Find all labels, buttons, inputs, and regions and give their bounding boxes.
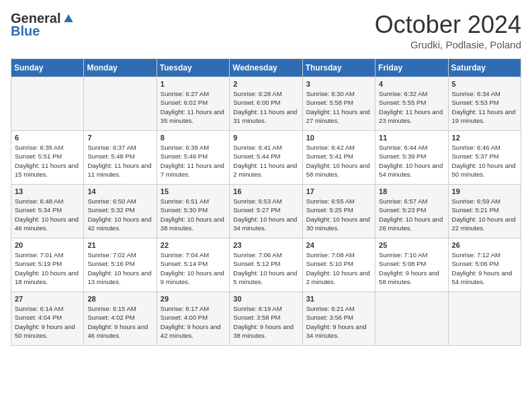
calendar-cell: 24Sunrise: 7:08 AM Sunset: 5:10 PM Dayli… xyxy=(302,238,375,292)
weekday-header: Friday xyxy=(375,59,448,77)
calendar-cell: 20Sunrise: 7:01 AM Sunset: 5:19 PM Dayli… xyxy=(11,238,84,292)
day-number: 3 xyxy=(306,80,371,88)
day-number: 27 xyxy=(15,295,80,303)
weekday-header: Saturday xyxy=(448,59,521,77)
day-info: Sunrise: 6:50 AM Sunset: 5:32 PM Dayligh… xyxy=(87,197,152,232)
calendar-cell: 29Sunrise: 6:17 AM Sunset: 4:00 PM Dayli… xyxy=(157,292,229,346)
calendar-cell: 11Sunrise: 6:44 AM Sunset: 5:39 PM Dayli… xyxy=(375,131,448,185)
calendar-week-row: 1Sunrise: 6:27 AM Sunset: 6:02 PM Daylig… xyxy=(11,77,521,131)
calendar-week-row: 27Sunrise: 6:14 AM Sunset: 4:04 PM Dayli… xyxy=(11,292,521,346)
day-info: Sunrise: 6:32 AM Sunset: 5:55 PM Dayligh… xyxy=(379,89,444,125)
calendar-cell: 31Sunrise: 6:21 AM Sunset: 3:56 PM Dayli… xyxy=(302,292,375,346)
day-number: 24 xyxy=(306,241,371,249)
day-number: 8 xyxy=(161,134,226,142)
day-number: 15 xyxy=(161,187,226,195)
day-number: 10 xyxy=(306,134,371,142)
calendar-cell: 10Sunrise: 6:42 AM Sunset: 5:41 PM Dayli… xyxy=(302,131,375,185)
day-info: Sunrise: 6:21 AM Sunset: 3:56 PM Dayligh… xyxy=(306,304,371,340)
calendar-cell: 27Sunrise: 6:14 AM Sunset: 4:04 PM Dayli… xyxy=(11,292,84,346)
day-info: Sunrise: 6:27 AM Sunset: 6:02 PM Dayligh… xyxy=(161,89,226,125)
day-number: 14 xyxy=(87,187,152,195)
day-info: Sunrise: 6:34 AM Sunset: 5:53 PM Dayligh… xyxy=(452,89,517,125)
day-number: 2 xyxy=(233,80,298,88)
day-info: Sunrise: 6:30 AM Sunset: 5:58 PM Dayligh… xyxy=(306,89,371,125)
day-number: 19 xyxy=(452,187,517,195)
day-info: Sunrise: 7:10 AM Sunset: 5:08 PM Dayligh… xyxy=(379,250,444,286)
day-number: 1 xyxy=(161,80,226,88)
calendar-week-row: 6Sunrise: 6:35 AM Sunset: 5:51 PM Daylig… xyxy=(11,131,521,185)
calendar-cell: 3Sunrise: 6:30 AM Sunset: 5:58 PM Daylig… xyxy=(302,77,375,131)
day-info: Sunrise: 7:08 AM Sunset: 5:10 PM Dayligh… xyxy=(306,250,371,286)
day-info: Sunrise: 6:55 AM Sunset: 5:25 PM Dayligh… xyxy=(306,197,371,232)
day-info: Sunrise: 6:44 AM Sunset: 5:39 PM Dayligh… xyxy=(379,143,444,179)
day-number: 18 xyxy=(379,187,444,195)
day-number: 5 xyxy=(452,80,517,88)
day-info: Sunrise: 6:53 AM Sunset: 5:27 PM Dayligh… xyxy=(233,197,298,232)
day-number: 26 xyxy=(452,241,517,249)
day-info: Sunrise: 7:02 AM Sunset: 5:16 PM Dayligh… xyxy=(87,250,152,286)
day-number: 11 xyxy=(379,134,444,142)
calendar-cell: 18Sunrise: 6:57 AM Sunset: 5:23 PM Dayli… xyxy=(375,185,448,238)
calendar-header-row: SundayMondayTuesdayWednesdayThursdayFrid… xyxy=(11,59,521,77)
day-info: Sunrise: 6:15 AM Sunset: 4:02 PM Dayligh… xyxy=(87,304,152,340)
weekday-header: Thursday xyxy=(302,59,375,77)
weekday-header: Monday xyxy=(84,59,157,77)
day-number: 17 xyxy=(306,187,371,195)
calendar-cell: 30Sunrise: 6:19 AM Sunset: 3:58 PM Dayli… xyxy=(230,292,302,346)
day-number: 20 xyxy=(15,241,80,249)
weekday-header: Wednesday xyxy=(230,59,302,77)
calendar-cell: 21Sunrise: 7:02 AM Sunset: 5:16 PM Dayli… xyxy=(84,238,157,292)
day-info: Sunrise: 6:14 AM Sunset: 4:04 PM Dayligh… xyxy=(15,304,80,340)
calendar-cell: 9Sunrise: 6:41 AM Sunset: 5:44 PM Daylig… xyxy=(230,131,302,185)
day-number: 23 xyxy=(233,241,298,249)
day-info: Sunrise: 6:57 AM Sunset: 5:23 PM Dayligh… xyxy=(379,197,444,232)
calendar-cell: 1Sunrise: 6:27 AM Sunset: 6:02 PM Daylig… xyxy=(157,77,229,131)
day-number: 9 xyxy=(233,134,298,142)
day-info: Sunrise: 6:42 AM Sunset: 5:41 PM Dayligh… xyxy=(306,143,371,179)
calendar-table: SundayMondayTuesdayWednesdayThursdayFrid… xyxy=(11,58,521,346)
logo: General Blue xyxy=(11,11,75,39)
day-info: Sunrise: 7:01 AM Sunset: 5:19 PM Dayligh… xyxy=(15,250,80,286)
calendar-cell: 19Sunrise: 6:59 AM Sunset: 5:21 PM Dayli… xyxy=(448,185,521,238)
day-info: Sunrise: 7:04 AM Sunset: 5:14 PM Dayligh… xyxy=(161,250,226,286)
calendar-cell: 17Sunrise: 6:55 AM Sunset: 5:25 PM Dayli… xyxy=(302,185,375,238)
calendar-cell: 7Sunrise: 6:37 AM Sunset: 5:48 PM Daylig… xyxy=(84,131,157,185)
day-info: Sunrise: 6:51 AM Sunset: 5:30 PM Dayligh… xyxy=(161,197,226,232)
title-block: October 2024 Grudki, Podlasie, Poland xyxy=(375,11,521,50)
calendar-week-row: 20Sunrise: 7:01 AM Sunset: 5:19 PM Dayli… xyxy=(11,238,521,292)
day-number: 13 xyxy=(15,187,80,195)
calendar-body: 1Sunrise: 6:27 AM Sunset: 6:02 PM Daylig… xyxy=(11,77,521,346)
day-number: 31 xyxy=(306,295,371,303)
day-number: 30 xyxy=(233,295,298,303)
day-info: Sunrise: 6:59 AM Sunset: 5:21 PM Dayligh… xyxy=(452,197,517,232)
calendar-cell: 14Sunrise: 6:50 AM Sunset: 5:32 PM Dayli… xyxy=(84,185,157,238)
calendar-cell: 5Sunrise: 6:34 AM Sunset: 5:53 PM Daylig… xyxy=(448,77,521,131)
calendar-cell: 25Sunrise: 7:10 AM Sunset: 5:08 PM Dayli… xyxy=(375,238,448,292)
location: Grudki, Podlasie, Poland xyxy=(375,39,521,50)
day-number: 25 xyxy=(379,241,444,249)
day-info: Sunrise: 6:41 AM Sunset: 5:44 PM Dayligh… xyxy=(233,143,298,179)
day-number: 6 xyxy=(15,134,80,142)
day-info: Sunrise: 7:06 AM Sunset: 5:12 PM Dayligh… xyxy=(233,250,298,286)
day-number: 28 xyxy=(87,295,152,303)
calendar-cell: 8Sunrise: 6:39 AM Sunset: 5:46 PM Daylig… xyxy=(157,131,229,185)
day-info: Sunrise: 6:35 AM Sunset: 5:51 PM Dayligh… xyxy=(15,143,80,179)
day-number: 7 xyxy=(87,134,152,142)
calendar-cell: 13Sunrise: 6:48 AM Sunset: 5:34 PM Dayli… xyxy=(11,185,84,238)
calendar-cell: 28Sunrise: 6:15 AM Sunset: 4:02 PM Dayli… xyxy=(84,292,157,346)
day-number: 4 xyxy=(379,80,444,88)
day-number: 22 xyxy=(161,241,226,249)
svg-marker-0 xyxy=(64,14,73,22)
day-info: Sunrise: 6:28 AM Sunset: 6:00 PM Dayligh… xyxy=(233,89,298,125)
calendar-cell xyxy=(448,292,521,346)
day-number: 16 xyxy=(233,187,298,195)
calendar-cell: 2Sunrise: 6:28 AM Sunset: 6:00 PM Daylig… xyxy=(230,77,302,131)
logo-blue: Blue xyxy=(11,24,40,39)
day-info: Sunrise: 6:48 AM Sunset: 5:34 PM Dayligh… xyxy=(15,197,80,232)
calendar-cell: 4Sunrise: 6:32 AM Sunset: 5:55 PM Daylig… xyxy=(375,77,448,131)
calendar-cell xyxy=(84,77,157,131)
logo-icon xyxy=(62,12,75,26)
calendar-cell xyxy=(11,77,84,131)
day-number: 21 xyxy=(87,241,152,249)
calendar-cell: 22Sunrise: 7:04 AM Sunset: 5:14 PM Dayli… xyxy=(157,238,229,292)
